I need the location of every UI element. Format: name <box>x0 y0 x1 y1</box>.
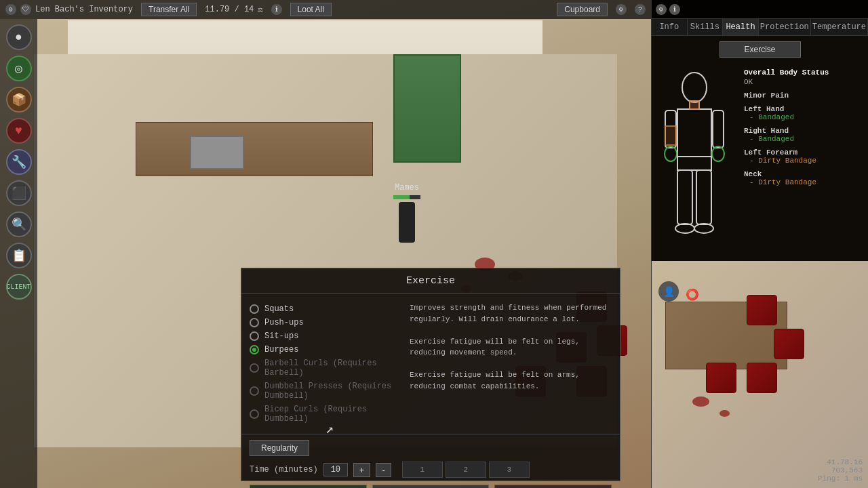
exercise-label-situps: Sit-ups <box>264 331 298 341</box>
injury-minor-pain: Minor Pain <box>744 92 863 100</box>
exercise-item-pushups[interactable]: Push-ups <box>250 316 399 329</box>
gear-icon: ⚙ <box>5 4 16 15</box>
counter <box>136 122 373 176</box>
position-coord: 41.78.16 <box>818 458 863 466</box>
svg-rect-8 <box>677 157 711 170</box>
modal-body: Squats Push-ups Sit-ups Burpees Barbell … <box>241 294 620 434</box>
tab-temperature[interactable]: Temperature <box>811 19 868 35</box>
scroll-icon: 📋 <box>12 248 26 263</box>
svg-point-6 <box>712 146 724 161</box>
radio-situps[interactable] <box>250 331 259 341</box>
injury-neck-label: Neck <box>744 170 863 178</box>
exercise-label-dumbbell-press: Dumbbell Presses (Requires Dumbbell) <box>264 382 399 401</box>
ping: Ping: 1 ms <box>818 474 863 483</box>
exercise-button[interactable]: Exercise <box>719 41 801 58</box>
tab-skills[interactable]: Skills <box>688 19 724 35</box>
radio-bicep-curls <box>250 409 259 419</box>
sidebar-client[interactable]: CLIENT <box>6 274 32 300</box>
regularity-button[interactable]: Regularity <box>250 440 309 456</box>
loot-all-button[interactable]: Loot All <box>290 3 332 16</box>
minimap-char: 👤 <box>658 281 679 302</box>
sidebar-inventory[interactable]: 📦 <box>6 87 32 113</box>
exercise-item-bicep-curls: Bicep Curls (Requires Dumbbell) <box>250 403 399 426</box>
radio-dumbbell-press <box>250 386 259 396</box>
sidebar-log[interactable]: 📋 <box>6 243 32 268</box>
search-icon: 🔍 <box>12 217 26 232</box>
character-health-fill <box>393 195 410 199</box>
cupboard-button[interactable]: Cupboard <box>557 3 608 16</box>
radio-burpees[interactable] <box>250 345 259 354</box>
radio-barbell <box>250 363 259 373</box>
right-gear-icon: ⚙ <box>656 4 667 15</box>
cube-icon: ⬛ <box>12 186 26 201</box>
chair-br2 <box>774 329 804 359</box>
compass-icon: ◎ <box>15 61 22 76</box>
exercise-item-squats[interactable]: Squats <box>250 302 399 316</box>
exercise-label-barbell: Barbell Curls (Requires Barbell) <box>264 359 399 378</box>
help-icon[interactable]: ? <box>635 4 646 15</box>
exercise-modal: Exercise Squats Push-ups Sit-ups Burpees <box>241 268 620 481</box>
svg-rect-7 <box>665 126 676 145</box>
fridge <box>393 54 461 163</box>
modal-footer: Regularity Time (minutes) 10 + - 1 2 3 O… <box>241 434 620 488</box>
blood-splatter-br <box>692 396 709 407</box>
top-bar: ⚙ 🛡 Len Bach's Inventory Transfer All 11… <box>0 0 651 19</box>
time-plus-button[interactable]: + <box>353 463 371 477</box>
radio-pushups[interactable] <box>250 318 259 327</box>
sidebar-search[interactable]: 🔍 <box>6 211 32 237</box>
svg-point-12 <box>694 224 713 233</box>
right-top-bar: ⚙ ℹ <box>652 0 868 19</box>
svg-point-5 <box>665 146 677 161</box>
scroll-tab-3[interactable]: 3 <box>489 462 530 478</box>
blood-splatter-br2 <box>719 410 730 417</box>
sidebar-health[interactable]: ♥ <box>6 118 32 144</box>
sidebar-compass[interactable]: ◎ <box>6 56 32 81</box>
tab-health[interactable]: Health <box>723 19 759 35</box>
settings-icon[interactable]: ⚙ <box>616 4 627 15</box>
exercise-label-squats: Squats <box>264 304 294 314</box>
exercise-item-burpees[interactable]: Burpees <box>250 343 399 357</box>
sidebar-crafting[interactable]: 🔧 <box>6 149 32 175</box>
box-icon: 📦 <box>12 92 26 107</box>
cancel-button[interactable]: Cancel <box>372 485 490 488</box>
injury-neck-condition: - Dirty Bandage <box>749 178 863 186</box>
sink <box>190 136 244 169</box>
exercise-list: Squats Push-ups Sit-ups Burpees Barbell … <box>250 302 399 426</box>
time-minus-button[interactable]: - <box>376 463 391 477</box>
right-info-icon: ℹ <box>669 4 680 15</box>
tab-protection[interactable]: Protection <box>759 19 811 35</box>
transfer-all-button[interactable]: Transfer All <box>141 3 197 16</box>
injury-left-forearm-label: Left Forearm <box>744 148 863 157</box>
body-status-title: Overall Body Status <box>744 68 863 77</box>
injury-right-hand-condition: - Bandaged <box>749 135 863 143</box>
left-sidebar: ● ◎ 📦 ♥ 🔧 ⬛ 🔍 📋 CLIENT <box>0 19 37 488</box>
body-status-ok: OK <box>744 78 863 86</box>
sidebar-avatar[interactable]: ● <box>6 24 32 50</box>
tools-icon: 🔧 <box>12 155 26 169</box>
radio-squats[interactable] <box>250 304 259 314</box>
chair-br4 <box>706 363 736 393</box>
injury-left-hand-label: Left Hand <box>744 105 863 113</box>
svg-point-11 <box>675 224 694 233</box>
chair-br1 <box>747 295 777 325</box>
exercise-label-bicep-curls: Bicep Curls (Requires Dumbbell) <box>264 405 399 424</box>
scroll-tab-2[interactable]: 2 <box>446 462 486 478</box>
exercise-item-dumbbell-press: Dumbbell Presses (Requires Dumbbell) <box>250 380 399 403</box>
weight-value: 11.79 / 14 <box>205 5 254 14</box>
health-tabs: Info Skills Health Protection Temperatur… <box>652 19 868 36</box>
bottom-right-view: 👤 ⭕ <box>652 261 868 488</box>
tab-info[interactable]: Info <box>652 19 688 35</box>
coordinates: 41.78.16 703,563 Ping: 1 ms <box>818 458 863 483</box>
time-label: Time (minutes) <box>250 465 318 474</box>
scroll-tabs: 1 2 3 <box>402 462 530 478</box>
exercise-item-situps[interactable]: Sit-ups <box>250 329 399 343</box>
avatar-face: ● <box>15 30 22 44</box>
shield-icon: 🛡 <box>20 4 31 15</box>
scroll-tab-1[interactable]: 1 <box>402 462 443 478</box>
ok-button[interactable]: Ok <box>250 485 367 488</box>
sidebar-build[interactable]: ⬛ <box>6 180 32 206</box>
time-row: Time (minutes) 10 + - 1 2 3 <box>250 462 612 478</box>
body-svg <box>657 68 732 258</box>
close-button[interactable]: Close <box>494 485 612 488</box>
ring-item: ⭕ <box>686 288 699 302</box>
